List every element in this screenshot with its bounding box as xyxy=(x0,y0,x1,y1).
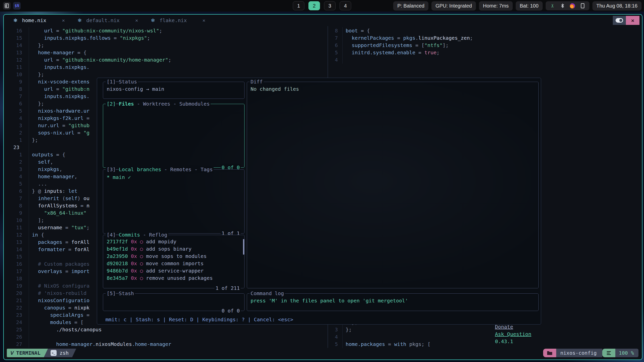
workspace-button-2[interactable]: 2 xyxy=(308,1,320,10)
system-tray: ✂ xyxy=(546,1,589,10)
line-number: 23 xyxy=(4,311,29,319)
line-number: 13 xyxy=(4,239,29,246)
commit-row[interactable]: 2717f2f 0x ○ add mopidy xyxy=(107,238,241,245)
phone-icon[interactable] xyxy=(580,3,585,9)
tab-home.nix[interactable]: ❄home.nix× xyxy=(11,17,68,23)
ask-question-link[interactable]: Ask Question xyxy=(495,331,531,337)
bluetooth-icon[interactable] xyxy=(560,3,565,9)
list-segment xyxy=(602,349,615,357)
commit-row[interactable]: 2a23950 0x ○ move sops to modules xyxy=(107,253,241,260)
window-close-button[interactable]: × xyxy=(626,16,639,25)
tab-close-icon[interactable]: × xyxy=(134,17,139,23)
folder-segment xyxy=(543,349,556,357)
line-number: 8 xyxy=(4,85,29,93)
code-line[interactable]: 10 }; xyxy=(4,71,328,78)
code-line[interactable]: 25 ./hosts/canopus xyxy=(4,326,328,333)
terminal-window: ❄home.nix×❄default.nix×❄flake.nix× × 16 … xyxy=(3,14,642,360)
line-text: outputs = { xyxy=(32,151,65,158)
line-number: 23 xyxy=(4,144,29,151)
line-text: inputs.nixpkgs.follows = "nixpkgs"; xyxy=(32,34,150,42)
tab-close-icon[interactable]: × xyxy=(202,17,207,23)
line-text: url = "github:nix-community/home-manager… xyxy=(32,56,171,64)
workspace-button-3[interactable]: 3 xyxy=(324,1,336,10)
commit-row[interactable]: 9486b7d 0x ○ add service-wrapper xyxy=(107,267,241,275)
shell-segment: >_ zsh xyxy=(44,349,76,357)
commits-scrollbar[interactable] xyxy=(243,239,244,255)
commit-row[interactable]: b49ef1d 0x ○ add sops binary xyxy=(107,245,241,253)
line-number: 5 xyxy=(4,107,29,115)
line-text: initrd.systemd.enable = true; xyxy=(346,49,439,56)
session-badge[interactable]: $N xyxy=(13,2,21,10)
code-line[interactable]: 14 }; xyxy=(4,42,328,49)
scroll-progress: 100 % xyxy=(615,349,638,357)
line-number: 4 xyxy=(328,56,343,64)
terminal-icon: >_ xyxy=(51,350,57,356)
code-line[interactable]: 6 supportedFilesystems = ["ntfs"]; xyxy=(328,42,642,49)
commit-row[interactable]: d920218 0x ○ move common imports xyxy=(107,260,241,267)
workspace-button-1[interactable]: 1 xyxy=(293,1,304,10)
line-text: home-manager.nixosModules.home-manager xyxy=(32,341,171,348)
line-text: nix-vscode-extens xyxy=(32,78,90,85)
code-line[interactable]: 11 inputs.nixpkgs. xyxy=(4,64,328,71)
lazygit-files-panel[interactable]: [2]─Files - Worktrees - Submodules 0 of … xyxy=(103,104,245,168)
tab-close-icon[interactable]: × xyxy=(61,17,66,23)
line-number: 2 xyxy=(4,129,29,137)
diff-content: No changed files xyxy=(247,82,538,93)
lazygit-commits-panel[interactable]: [4]─Commits - Reflog 2717f2f 0x ○ add mo… xyxy=(103,235,245,288)
code-line[interactable]: 5 initrd.systemd.enable = true; xyxy=(328,49,642,56)
code-line[interactable]: 13 home-manager = { xyxy=(4,49,328,56)
code-line[interactable]: 12 url = "github:nix-community/home-mana… xyxy=(4,56,328,64)
lazygit-branches-panel[interactable]: [3]─Local branches - Remotes - Tags * ma… xyxy=(103,169,245,234)
line-text: }; xyxy=(32,71,44,78)
network-icon[interactable]: ✂ xyxy=(550,3,555,9)
lazygit-diff-panel[interactable]: Diff No changed files xyxy=(247,82,539,288)
line-text: forAllSystems = n xyxy=(32,202,90,209)
line-number: 1 xyxy=(4,151,29,158)
tab-flake.nix[interactable]: ❄flake.nix× xyxy=(149,17,208,23)
line-text: home-manager, xyxy=(32,173,77,180)
line-number: 2 xyxy=(4,158,29,166)
tab-label: default.nix xyxy=(86,17,119,23)
line-number: 25 xyxy=(4,326,29,333)
line-number: 9 xyxy=(4,209,29,217)
donate-link[interactable]: Donate xyxy=(495,324,513,330)
app-grid-icon xyxy=(5,4,9,8)
line-text: home.packages = with pkgs; [ xyxy=(346,341,430,348)
lazygit-status-panel[interactable]: [1]─Status nixos-config → main xyxy=(103,82,245,99)
line-text: }; xyxy=(32,137,38,144)
top-bar: $N 1234 P: BalancedGPU: IntegratedHome: … xyxy=(0,0,644,12)
line-text: # 'nixos-rebuild xyxy=(32,290,87,297)
tab-default.nix[interactable]: ❄default.nix× xyxy=(75,17,141,23)
buffer-tabbar: ❄home.nix×❄default.nix×❄flake.nix× × xyxy=(4,15,642,26)
app-launcher-button[interactable] xyxy=(3,2,11,10)
code-line[interactable]: 26 xyxy=(4,333,328,341)
line-text: # NixOS configura xyxy=(32,282,90,290)
code-line[interactable]: 27 home-manager.nixosModules.home-manage… xyxy=(4,341,328,348)
line-number: 6 xyxy=(4,100,29,107)
code-line[interactable]: 4 xyxy=(328,56,642,64)
code-line[interactable]: 7 kernelPackages = pkgs.linuxPackages_ze… xyxy=(328,34,642,42)
folder-icon xyxy=(547,351,552,355)
line-text: inherit (self) ou xyxy=(32,195,90,202)
code-line[interactable]: 15 inputs.nixpkgs.follows = "nixpkgs"; xyxy=(4,34,328,42)
window-toggle-button[interactable] xyxy=(613,16,626,25)
lazygit-stash-panel[interactable]: [5]─Stash 0 of 0 xyxy=(103,293,245,311)
code-line[interactable]: 8boot = { xyxy=(328,27,642,34)
line-text: # Custom packages xyxy=(32,260,90,268)
nix-snowflake-icon: ❄ xyxy=(151,17,155,23)
line-number: 14 xyxy=(4,246,29,253)
lazygit-command-log-panel[interactable]: Command log press 'M' in the files panel… xyxy=(247,293,539,311)
line-text: nixpkgs, xyxy=(32,166,62,173)
workspace-button-4[interactable]: 4 xyxy=(340,1,351,10)
line-number: 12 xyxy=(4,231,29,239)
line-number: 6 xyxy=(4,188,29,195)
line-number: 11 xyxy=(4,64,29,71)
line-number: 13 xyxy=(4,49,29,56)
firefox-icon[interactable] xyxy=(570,3,575,9)
lazygit-version: 0.43.1 xyxy=(495,338,513,344)
line-number: 4 xyxy=(328,333,343,341)
line-number: 3 xyxy=(4,122,29,129)
commit-row[interactable]: 8e345a7 0x ○ remove unused packages xyxy=(107,275,241,282)
code-line[interactable]: 16 url = "github:nix-community/nixos-wsl… xyxy=(4,27,328,34)
line-number: 12 xyxy=(4,56,29,64)
